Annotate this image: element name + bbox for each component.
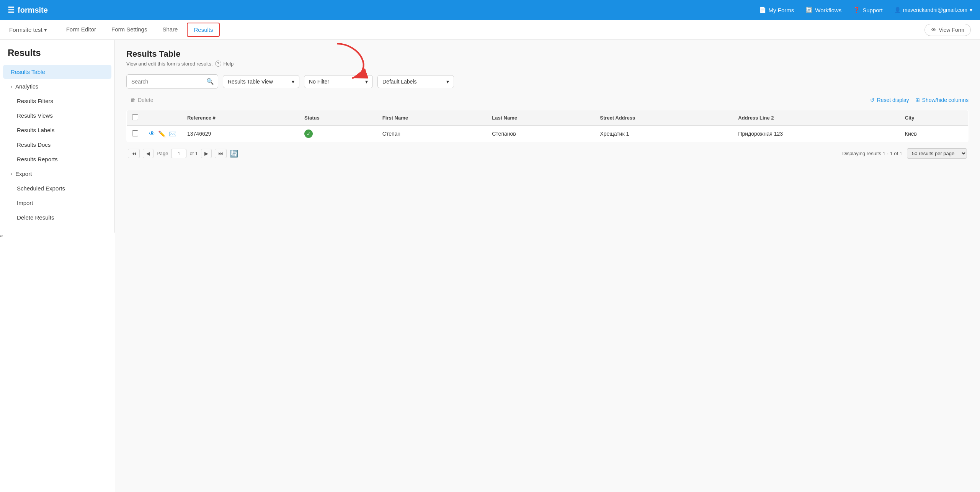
- firstname-cell: Степан: [377, 126, 487, 142]
- results-table: Reference # Status First Name Last Name …: [126, 110, 969, 142]
- view-form-button[interactable]: 👁 View Form: [924, 24, 971, 36]
- sidebar-item-results-filters[interactable]: Results Filters: [3, 94, 111, 108]
- view-dropdown-chevron-icon: ▾: [292, 79, 294, 85]
- logo[interactable]: ☰ formsite: [8, 5, 759, 15]
- help-label[interactable]: Help: [224, 61, 234, 67]
- analytics-chevron-icon: ›: [11, 84, 12, 89]
- workflows-link[interactable]: 🔄 Workflows: [805, 7, 841, 13]
- sidebar-collapse-button[interactable]: «: [0, 233, 115, 239]
- mail-row-icon[interactable]: ✉️: [169, 130, 176, 138]
- action-bar: 🗑 Delete ↺ Reset display ⊞ Show/hide col…: [126, 95, 969, 105]
- action-right: ↺ Reset display ⊞ Show/hide columns: [870, 97, 969, 103]
- first-page-button[interactable]: ⏮: [128, 149, 140, 158]
- view-dropdown-label: Results Table View: [228, 79, 273, 85]
- sidebar-item-results-reports[interactable]: Results Reports: [3, 152, 111, 166]
- collapse-icon: «: [0, 233, 3, 239]
- sidebar: Results Results Table › Analytics Result…: [0, 40, 115, 233]
- delete-label: Delete: [138, 97, 153, 103]
- search-input[interactable]: [127, 75, 203, 88]
- sidebar-item-results-table-label: Results Table: [11, 69, 45, 75]
- row-actions: 👁 ✏️ ✉️: [149, 130, 176, 138]
- reset-display-button[interactable]: ↺ Reset display: [870, 97, 909, 103]
- support-link[interactable]: ❓ Support: [853, 7, 883, 13]
- columns-icon: ⊞: [915, 97, 920, 103]
- labels-dropdown-chevron-icon: ▾: [446, 79, 449, 85]
- sidebar-item-export-label: Export: [15, 171, 32, 177]
- select-all-header[interactable]: [127, 110, 144, 126]
- search-button[interactable]: 🔍: [203, 75, 218, 88]
- support-icon: ❓: [853, 7, 860, 13]
- tab-form-editor[interactable]: Form Editor: [59, 21, 104, 39]
- street-cell: Хрещатик 1: [595, 126, 733, 142]
- page-number-input[interactable]: [171, 149, 186, 158]
- sidebar-item-results-table[interactable]: Results Table: [3, 65, 111, 79]
- sidebar-item-results-filters-label: Results Filters: [17, 98, 53, 104]
- lastname-header: Last Name: [487, 110, 595, 126]
- sidebar-item-import[interactable]: Import: [3, 196, 111, 210]
- my-forms-label: My Forms: [769, 7, 794, 13]
- page-label: Page: [157, 151, 168, 156]
- tab-share[interactable]: Share: [155, 21, 185, 39]
- sidebar-item-results-docs[interactable]: Results Docs: [3, 138, 111, 152]
- select-all-checkbox[interactable]: [132, 114, 138, 120]
- delete-button[interactable]: 🗑 Delete: [126, 95, 157, 105]
- top-nav-links: 📄 My Forms 🔄 Workflows ❓ Support 👤 maver…: [759, 7, 972, 13]
- main-layout: Results Results Table › Analytics Result…: [0, 40, 980, 492]
- row-actions-cell: 👁 ✏️ ✉️: [144, 126, 182, 142]
- view-form-label: View Form: [939, 27, 964, 33]
- edit-row-icon[interactable]: ✏️: [158, 130, 166, 138]
- trash-icon: 🗑: [130, 97, 136, 103]
- help-icon[interactable]: ?: [215, 61, 221, 67]
- page-of-label: of 1: [189, 151, 198, 156]
- sidebar-item-scheduled-exports[interactable]: Scheduled Exports: [3, 181, 111, 195]
- export-chevron-icon: ›: [11, 171, 12, 177]
- user-icon: 👤: [894, 7, 901, 13]
- sidebar-item-results-docs-label: Results Docs: [17, 141, 51, 148]
- user-email: maverickandrii@gmail.com: [903, 7, 967, 13]
- sidebar-wrapper: Results Results Table › Analytics Result…: [0, 40, 115, 492]
- user-menu[interactable]: 👤 maverickandrii@gmail.com ▾: [894, 7, 972, 13]
- sidebar-item-delete-results-label: Delete Results: [17, 214, 54, 221]
- sidebar-item-results-views[interactable]: Results Views: [3, 108, 111, 123]
- row-checkbox[interactable]: [132, 130, 138, 136]
- sidebar-item-results-views-label: Results Views: [17, 112, 53, 119]
- sidebar-item-results-reports-label: Results Reports: [17, 156, 58, 162]
- sidebar-item-delete-results[interactable]: Delete Results: [3, 210, 111, 225]
- prev-page-button[interactable]: ◀: [143, 149, 154, 158]
- sidebar-title: Results: [0, 48, 114, 64]
- workflows-label: Workflows: [815, 7, 841, 13]
- displaying-text: Displaying results 1 - 1 of 1: [842, 151, 902, 156]
- sub-nav-tabs: Form Editor Form Settings Share Results: [59, 21, 925, 39]
- per-page-select[interactable]: 50 results per page 25 results per page …: [907, 148, 967, 159]
- last-page-button[interactable]: ⏭: [215, 149, 227, 158]
- table-row: 👁 ✏️ ✉️ 13746629 ✓ Степан Степанов Хреща…: [127, 126, 969, 142]
- next-page-button[interactable]: ▶: [201, 149, 212, 158]
- view-row-icon[interactable]: 👁: [149, 130, 155, 137]
- labels-dropdown[interactable]: Default Labels ▾: [377, 75, 454, 88]
- refresh-icon[interactable]: 🔄: [230, 149, 238, 158]
- row-checkbox-cell[interactable]: [127, 126, 144, 142]
- my-forms-link[interactable]: 📄 My Forms: [759, 7, 794, 13]
- view-dropdown[interactable]: Results Table View ▾: [223, 75, 299, 88]
- form-title[interactable]: Formsite test ▾: [9, 26, 47, 33]
- filter-dropdown-chevron-icon: ▾: [365, 79, 368, 85]
- tab-form-settings[interactable]: Form Settings: [104, 21, 155, 39]
- filter-dropdown-label: No Filter: [309, 79, 329, 85]
- reference-header: Reference #: [182, 110, 299, 126]
- filter-dropdown[interactable]: No Filter ▾: [304, 75, 373, 88]
- sidebar-item-analytics[interactable]: › Analytics: [3, 79, 111, 93]
- logo-icon: ☰: [8, 5, 15, 15]
- firstname-header: First Name: [377, 110, 487, 126]
- subtitle-text: View and edit this form's stored results…: [126, 61, 213, 67]
- tab-results[interactable]: Results: [187, 23, 220, 37]
- table-header-row: Reference # Status First Name Last Name …: [127, 110, 969, 126]
- form-title-text: Formsite test: [9, 26, 42, 33]
- user-chevron-icon: ▾: [970, 7, 972, 13]
- show-hide-columns-button[interactable]: ⊞ Show/hide columns: [915, 97, 969, 103]
- form-title-chevron-icon: ▾: [44, 26, 47, 33]
- sidebar-item-export[interactable]: › Export: [3, 167, 111, 181]
- sidebar-item-results-labels[interactable]: Results Labels: [3, 123, 111, 137]
- top-navigation: ☰ formsite 📄 My Forms 🔄 Workflows ❓ Supp…: [0, 0, 980, 20]
- status-complete-icon: ✓: [304, 130, 313, 138]
- page-controls: ⏮ ◀ Page of 1 ▶ ⏭ 🔄: [128, 149, 238, 158]
